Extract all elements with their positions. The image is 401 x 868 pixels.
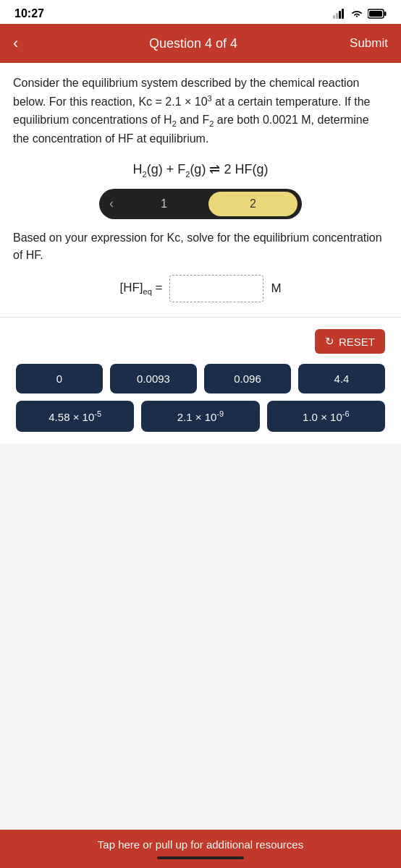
hf-equation-row: [HF]eq = M [13, 275, 388, 302]
answer-btn-4.58e-5[interactable]: 4.58 × 10-5 [16, 401, 134, 432]
reset-icon: ↻ [325, 335, 334, 348]
header-title: Question 4 of 4 [42, 36, 345, 51]
bottom-bar[interactable]: Tap here or pull up for additional resou… [0, 830, 401, 868]
step-back-button[interactable]: ‹ [104, 196, 119, 211]
question-body: Consider the equilibrium system describe… [13, 75, 388, 148]
chemical-equation: H2(g) + F2(g) ⇌ 2 HF(g) [13, 161, 388, 179]
divider [0, 317, 401, 318]
sub-question-text: Based on your expression for Kc, solve f… [13, 229, 388, 265]
signal-icon [333, 9, 346, 19]
step-indicator: ‹ 1 2 [99, 189, 302, 219]
step-1-button[interactable]: 1 [119, 192, 208, 216]
step-2-button[interactable]: 2 [208, 192, 297, 216]
reset-row: ↻ RESET [13, 329, 388, 354]
answer-grid: 0 0.0093 0.096 4.4 4.58 × 10-5 2.1 × 10-… [13, 364, 388, 432]
main-content: Consider the equilibrium system describe… [0, 63, 401, 443]
battery-icon [368, 9, 387, 19]
reset-button[interactable]: ↻ RESET [315, 329, 385, 354]
status-icons [333, 9, 387, 19]
answer-btn-0[interactable]: 0 [16, 364, 103, 393]
header: ‹ Question 4 of 4 Submit [0, 24, 401, 63]
answer-row-1: 0 0.0093 0.096 4.4 [16, 364, 385, 393]
hf-unit: M [271, 281, 281, 296]
bottom-indicator [157, 856, 244, 859]
answer-btn-0.096[interactable]: 0.096 [204, 364, 291, 393]
submit-button[interactable]: Submit [345, 36, 388, 51]
svg-rect-1 [336, 13, 338, 19]
bottom-bar-label: Tap here or pull up for additional resou… [98, 838, 303, 851]
answer-btn-0.0093[interactable]: 0.0093 [110, 364, 197, 393]
hf-input[interactable] [169, 275, 263, 302]
wifi-icon [350, 9, 363, 19]
answer-btn-4.4[interactable]: 4.4 [298, 364, 385, 393]
status-bar: 10:27 [0, 0, 401, 24]
reset-label: RESET [339, 336, 375, 348]
svg-rect-6 [384, 12, 387, 16]
equation-area: H2(g) + F2(g) ⇌ 2 HF(g) [13, 161, 388, 179]
back-button[interactable]: ‹ [13, 34, 42, 53]
svg-rect-3 [342, 9, 344, 19]
svg-rect-0 [333, 15, 335, 19]
svg-rect-2 [339, 11, 341, 19]
answer-btn-1.0e-6[interactable]: 1.0 × 10-6 [267, 401, 385, 432]
hf-label: [HF]eq = [119, 281, 162, 296]
answer-row-2: 4.58 × 10-5 2.1 × 10-9 1.0 × 10-6 [16, 401, 385, 432]
status-time: 10:27 [14, 7, 44, 20]
svg-rect-5 [369, 11, 382, 17]
answer-btn-2.1e-9[interactable]: 2.1 × 10-9 [141, 401, 259, 432]
